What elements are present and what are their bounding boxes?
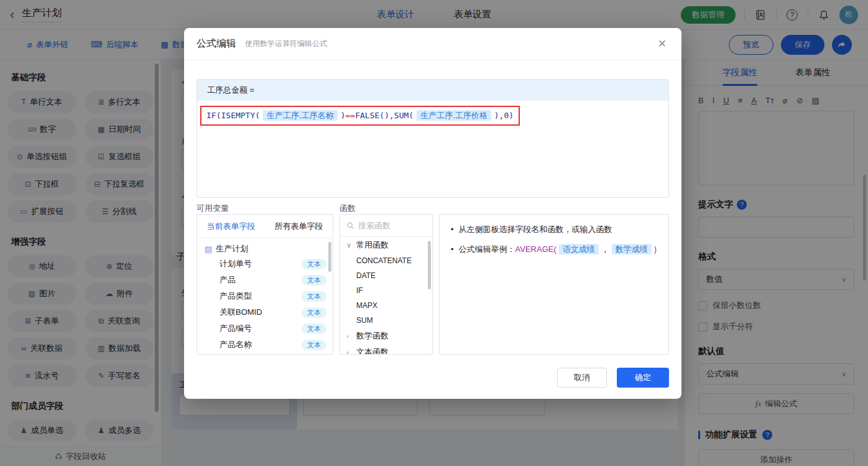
- chevron-right-icon: ›: [346, 332, 353, 340]
- variable-name: 关联BOMID: [219, 307, 262, 318]
- root-label: 生产计划: [216, 243, 248, 254]
- variable-type-badge: 文本: [302, 291, 326, 302]
- dialog-title: 公式编辑: [196, 37, 236, 50]
- variable-type-badge: 文本: [302, 324, 326, 334]
- formula-edit-dialog: 公式编辑 使用数学运算符编辑公式 ✕ 工序总金额 = IF(ISEMPTY(生产…: [184, 28, 681, 399]
- example-field-chip: 数学成绩: [612, 244, 652, 254]
- chevron-down-icon: ∨: [346, 241, 353, 249]
- functions-scrollbar[interactable]: [428, 241, 431, 289]
- close-icon[interactable]: ✕: [658, 37, 667, 50]
- variables-panel: 当前表单字段 所有表单字段 ▤ 生产计划 计划单号文本产品文本产品类型文本关联B…: [196, 214, 333, 355]
- function-item-MAPX[interactable]: MAPX: [340, 298, 432, 313]
- formula-editor[interactable]: 工序总金额 = IF(ISEMPTY(生产工序.工序名称)==FALSE(),S…: [196, 79, 669, 198]
- search-icon: [346, 221, 354, 230]
- formula-field-chip[interactable]: 生产工序.工序价格: [417, 110, 491, 121]
- functions-label: 函数: [339, 203, 356, 214]
- cancel-button[interactable]: 取消: [557, 368, 607, 388]
- variable-type-badge: 文本: [302, 259, 326, 269]
- function-item-CONCATENATE[interactable]: CONCATENATE: [340, 253, 432, 268]
- variables-label: 可用变量: [196, 203, 229, 214]
- variables-root-node[interactable]: ▤ 生产计划: [197, 238, 333, 256]
- form-doc-icon: ▤: [205, 245, 212, 254]
- example-field-chip: 语文成绩: [559, 244, 599, 254]
- variable-type-badge: 文本: [302, 307, 326, 318]
- chevron-right-icon: ›: [346, 348, 353, 355]
- variable-type-badge: 文本: [302, 340, 326, 350]
- variable-name: 计划单号: [219, 258, 252, 269]
- bullet: •: [451, 243, 454, 256]
- functions-list: ∨常用函数CONCATENATEDATEIFMAPXSUM›数学函数›文本函数: [340, 237, 432, 355]
- function-search: [340, 215, 432, 237]
- dialog-footer: 取消 确定: [557, 368, 669, 388]
- formula-code: IF(ISEMPTY(: [206, 111, 260, 120]
- function-search-input[interactable]: [358, 221, 420, 230]
- variable-name: 产品: [219, 274, 236, 286]
- function-group-文本函数[interactable]: ›文本函数: [340, 344, 432, 355]
- tip-example-prefix: 公式编辑举例：: [459, 245, 515, 254]
- variable-name: 产品名称: [219, 339, 252, 350]
- function-item-IF[interactable]: IF: [340, 283, 432, 298]
- formula-expression[interactable]: IF(ISEMPTY(生产工序.工序名称)==FALSE(),SUM(生产工序.…: [200, 106, 520, 126]
- function-group-label: 文本函数: [356, 347, 389, 355]
- function-group-label: 数学函数: [356, 330, 389, 342]
- variable-type-badge: 文本: [302, 275, 326, 286]
- function-item-SUM[interactable]: SUM: [340, 313, 432, 328]
- variable-name: 产品类型: [219, 291, 252, 302]
- dialog-subtitle: 使用数学运算符编辑公式: [245, 39, 327, 49]
- tip-example: 公式编辑举例：AVERAGE(语文成绩，数学成绩): [459, 243, 657, 256]
- tab-current-form-fields[interactable]: 当前表单字段: [207, 221, 256, 232]
- formula-code: FALSE(),SUM(: [355, 111, 413, 120]
- formula-code: ): [341, 111, 346, 120]
- variable-name: 产品编号: [219, 323, 252, 334]
- formula-tips-panel: • 从左侧面板选择字段名和函数，或输入函数 • 公式编辑举例：AVERAGE(语…: [439, 214, 669, 355]
- variables-list: 计划单号文本产品文本产品类型文本关联BOMID文本产品编号文本产品名称文本: [197, 256, 333, 353]
- tab-all-form-fields[interactable]: 所有表单字段: [275, 221, 323, 232]
- confirm-button[interactable]: 确定: [617, 368, 669, 388]
- dialog-header: 公式编辑 使用数学运算符编辑公式 ✕: [184, 28, 681, 60]
- tip-line-2: • 公式编辑举例：AVERAGE(语文成绩，数学成绩): [451, 243, 657, 256]
- example-plain: ，: [601, 245, 609, 254]
- function-group-label: 常用函数: [356, 240, 389, 251]
- example-fn: AVERAGE(: [515, 245, 556, 254]
- variables-scrollbar[interactable]: [328, 242, 331, 272]
- example-fn: ): [654, 245, 657, 254]
- formula-op: ==: [346, 111, 356, 120]
- function-group-数学函数[interactable]: ›数学函数: [340, 328, 432, 344]
- formula-code: ),0): [494, 111, 514, 120]
- variable-row-产品类型[interactable]: 产品类型文本: [197, 288, 333, 304]
- function-group-常用函数[interactable]: ∨常用函数: [340, 237, 432, 253]
- variable-row-关联BOMID[interactable]: 关联BOMID文本: [197, 304, 333, 320]
- bullet: •: [451, 223, 454, 236]
- functions-panel: ∨常用函数CONCATENATEDATEIFMAPXSUM›数学函数›文本函数: [339, 214, 433, 355]
- variable-row-产品名称[interactable]: 产品名称文本: [197, 337, 333, 353]
- variable-row-产品编号[interactable]: 产品编号文本: [197, 320, 333, 337]
- variables-tabs: 当前表单字段 所有表单字段: [197, 215, 333, 238]
- formula-field-chip[interactable]: 生产工序.工序名称: [263, 110, 338, 121]
- variable-row-产品[interactable]: 产品文本: [197, 272, 333, 288]
- function-item-DATE[interactable]: DATE: [340, 268, 432, 283]
- variable-row-计划单号[interactable]: 计划单号文本: [197, 256, 333, 272]
- tip-text: 从左侧面板选择字段名和函数，或输入函数: [459, 223, 612, 236]
- tip-line-1: • 从左侧面板选择字段名和函数，或输入函数: [451, 223, 657, 236]
- formula-result-label: 工序总金额 =: [197, 80, 668, 101]
